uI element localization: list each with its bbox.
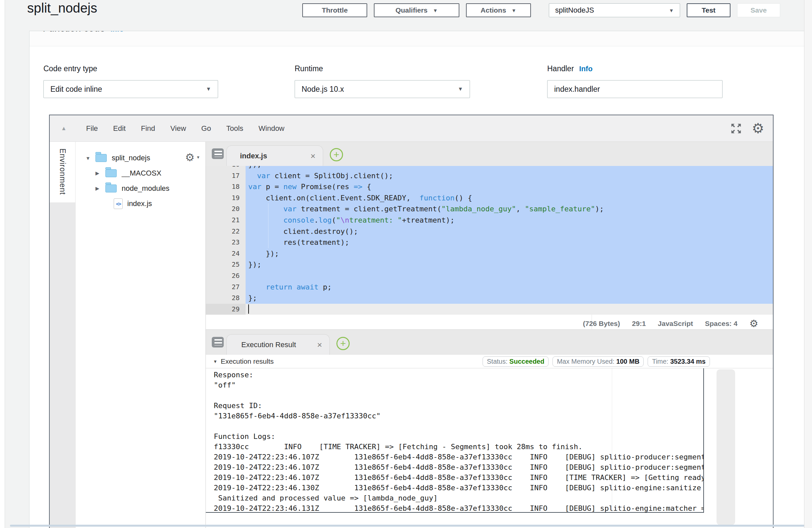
- execution-results-output[interactable]: Response:"off"Request ID:"131e865f-6eb4-…: [206, 368, 704, 513]
- horizontal-scrollbar[interactable]: [10, 525, 805, 527]
- line-number: 29: [206, 304, 246, 315]
- caret-right-icon[interactable]: ▶: [96, 170, 105, 176]
- code-line-20[interactable]: 20 var treatment = client.getTreatment("…: [206, 203, 773, 215]
- code-line-22[interactable]: 22 client.destroy();: [206, 226, 773, 237]
- header-actions: Throttle Qualifiers ▼ Actions ▼ splitNod…: [302, 3, 780, 17]
- info-link[interactable]: Info: [110, 31, 124, 33]
- folder-icon: [105, 169, 117, 177]
- code-line-18[interactable]: 18var p = new Promise(res => {: [206, 181, 773, 192]
- tree-item-split-nodejs[interactable]: ▼split_nodejs⚙▼: [75, 150, 205, 166]
- menu-find[interactable]: Find: [133, 124, 163, 133]
- code-line-27[interactable]: 27 return await p;: [206, 281, 773, 293]
- throttle-button[interactable]: Throttle: [302, 3, 367, 17]
- window-edge: [0, 0, 5, 528]
- close-icon[interactable]: ×: [317, 340, 322, 349]
- settings-gear-icon: ⚙: [185, 152, 194, 163]
- line-number: 22: [206, 226, 246, 237]
- qualifiers-label: Qualifiers: [395, 6, 427, 14]
- log-line: f13330cc INFO [TIME TRACKER] => [Fetchin…: [206, 442, 703, 452]
- qualifiers-button[interactable]: Qualifiers ▼: [374, 3, 459, 17]
- cursor-position[interactable]: 29:1: [632, 320, 646, 327]
- code-line-24[interactable]: 24 });: [206, 248, 773, 259]
- function-code-card: Function codeInfo Code entry type Runtim…: [29, 31, 812, 528]
- execution-results-toggle[interactable]: ▼ Execution results: [206, 357, 274, 365]
- info-link[interactable]: Info: [579, 64, 593, 73]
- log-line: 2019-10-24T22:23:46.131Z 131e865f-6eb4-4…: [206, 503, 703, 513]
- runtime-select[interactable]: Node.js 10.x ▼: [295, 80, 470, 98]
- save-button[interactable]: Save: [737, 3, 780, 17]
- menu-items: FileEditFindViewGoToolsWindow: [78, 124, 292, 133]
- log-line: "off": [206, 380, 703, 390]
- code-text: [246, 270, 773, 281]
- code-text: };: [246, 293, 773, 304]
- code-line-21[interactable]: 21 console.log("\ntreatment: "+treatment…: [206, 215, 773, 226]
- status-badge: Max Memory Used: 100 MB: [552, 356, 644, 367]
- code-line-28[interactable]: 28};: [206, 293, 773, 304]
- log-line: Response:: [206, 370, 703, 380]
- tree-item--macosx[interactable]: ▶__MACOSX: [75, 166, 205, 181]
- line-number: 25: [206, 259, 246, 270]
- caret-down-icon[interactable]: ▼: [86, 155, 96, 161]
- environment-label: Environment: [58, 148, 67, 202]
- code-text: var client = SplitObj.client();: [246, 170, 773, 181]
- menu-file[interactable]: File: [78, 124, 105, 133]
- indentation-setting[interactable]: Spaces: 4: [705, 320, 737, 327]
- code-line-25[interactable]: 25});: [206, 259, 773, 270]
- tree-item-node-modules[interactable]: ▶node_modules: [75, 181, 205, 196]
- environment-tab[interactable]: Environment: [50, 142, 75, 202]
- menu-window[interactable]: Window: [251, 124, 292, 133]
- tab-list-icon[interactable]: [212, 337, 224, 348]
- actions-button[interactable]: Actions ▼: [466, 3, 531, 17]
- file-tree: ▼split_nodejs⚙▼▶__MACOSX▶node_modules<>i…: [75, 142, 206, 528]
- tab-list-icon[interactable]: [212, 148, 224, 159]
- handler-input[interactable]: index.handler: [547, 80, 723, 98]
- section-title-text: Function code: [43, 31, 105, 33]
- chevron-down-icon: ▼: [206, 86, 211, 92]
- execution-results-header: ▼ Execution results Status: SucceededMax…: [206, 355, 773, 368]
- code-text: console.log("\ntreatment: "+treatment);: [246, 215, 773, 226]
- code-line-23[interactable]: 23 res(treatment);: [206, 237, 773, 248]
- tree-item-label: index.js: [127, 200, 152, 208]
- code-entry-type-value: Edit code inline: [50, 85, 102, 94]
- fullscreen-icon[interactable]: [730, 122, 742, 135]
- code-line-26[interactable]: 26: [206, 270, 773, 281]
- chevron-down-icon: ▼: [669, 8, 674, 13]
- chevron-down-icon: ▼: [458, 86, 463, 92]
- page-title: split_nodejs: [27, 1, 97, 16]
- caret-right-icon[interactable]: ▶: [96, 186, 105, 191]
- tree-item-label: split_nodejs: [112, 154, 150, 162]
- js-file-icon: <>: [114, 199, 122, 209]
- folder-icon: [96, 154, 107, 162]
- test-button[interactable]: Test: [687, 3, 730, 17]
- tree-settings-button[interactable]: ⚙▼: [185, 152, 200, 163]
- line-number: 21: [206, 215, 246, 226]
- code-entry-type-select[interactable]: Edit code inline ▼: [43, 80, 218, 98]
- page-scrollbar[interactable]: [804, 0, 812, 528]
- collapse-icon[interactable]: ▲: [61, 125, 67, 132]
- menu-view[interactable]: View: [163, 124, 193, 133]
- test-event-select[interactable]: splitNodeJS ▼: [549, 3, 680, 17]
- tab-index-js[interactable]: index.js ×: [226, 145, 323, 166]
- code-line-19[interactable]: 19 client.on(client.Event.SDK_READY, fun…: [206, 192, 773, 204]
- menu-tools[interactable]: Tools: [219, 124, 251, 133]
- code-line-29[interactable]: 29: [206, 304, 773, 315]
- language-mode[interactable]: JavaScript: [658, 320, 693, 327]
- settings-gear-icon[interactable]: ⚙: [749, 319, 758, 328]
- close-icon[interactable]: ×: [310, 152, 316, 160]
- tree-item-index-js[interactable]: <>index.js: [75, 196, 205, 211]
- code-line-16[interactable]: 16});: [206, 166, 773, 170]
- code-text: client.on(client.Event.SDK_READY, functi…: [246, 192, 773, 204]
- results-scrollbar[interactable]: [716, 369, 735, 525]
- menu-edit[interactable]: Edit: [105, 124, 133, 133]
- new-tab-icon[interactable]: +: [336, 337, 350, 350]
- code-line-17[interactable]: 17 var client = SplitObj.client();: [206, 170, 773, 181]
- new-tab-icon[interactable]: +: [330, 148, 343, 161]
- code-text: return await p;: [246, 281, 773, 293]
- menu-go[interactable]: Go: [193, 124, 218, 133]
- settings-gear-icon[interactable]: ⚙: [752, 121, 764, 135]
- code-editor-area[interactable]: 16});17 var client = SplitObj.client();1…: [206, 166, 773, 318]
- tree-item-label: node_modules: [122, 184, 169, 193]
- caret-down-icon: ▼: [196, 155, 200, 160]
- text-cursor: [248, 304, 249, 314]
- tab-execution-result[interactable]: Execution Result ×: [226, 334, 330, 355]
